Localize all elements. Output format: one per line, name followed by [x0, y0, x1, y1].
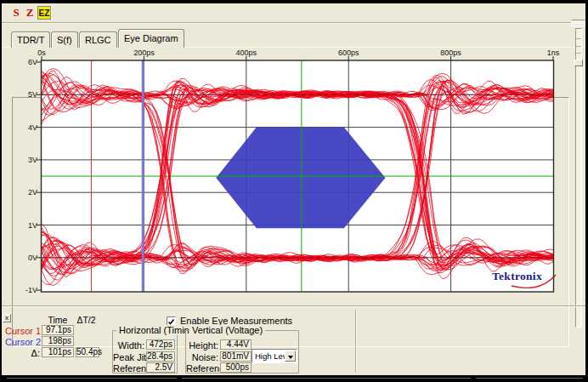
- panel-divider: [2, 305, 585, 307]
- tab-eye-diagram[interactable]: Eye Diagram: [118, 29, 184, 48]
- y-tick-label: 5V: [0, 90, 37, 99]
- slider-tick: [576, 46, 581, 47]
- y-tick-label: 4V: [0, 123, 37, 132]
- status-segment: [182, 378, 471, 380]
- x-tick-label: 200ps: [127, 48, 161, 57]
- group-horizontal-timing: Horizontal (Timing)Width:472psPeak Jitte…: [112, 330, 178, 373]
- toolbar: SZEZ: [2, 4, 585, 22]
- status-bar: [0, 375, 588, 382]
- group-title: Vertical (Voltage): [189, 325, 265, 335]
- s-app-icon[interactable]: S: [10, 6, 22, 20]
- x-tick-label: 0s: [25, 48, 59, 57]
- field-label: Peak Jitter:: [113, 352, 144, 362]
- tab-rlgc[interactable]: RLGC: [79, 31, 117, 48]
- measurement-panel: x Time ΔT/2 Cursor 1:97.1psCursor 2:198p…: [0, 305, 588, 375]
- x-tick-label: 600ps: [331, 48, 365, 57]
- slider-tick: [576, 53, 581, 54]
- x-tick-label: 800ps: [434, 48, 468, 57]
- chevron-down-icon: [288, 356, 293, 359]
- cursor-row-label: Cursor 1:: [5, 326, 40, 336]
- cursor-dt2-value: 50.4ps: [76, 347, 99, 357]
- x-tick-label: 1ns: [536, 48, 570, 57]
- app-window: SZEZ TDR/TS(f)RLGCEye Diagram 0s200ps400…: [0, 0, 588, 382]
- x-tick-label: 400ps: [229, 48, 263, 57]
- noise-level-dropdown[interactable]: High Level: [252, 349, 297, 363]
- field-value: 801mV: [220, 351, 252, 362]
- slider-tick: [576, 38, 581, 39]
- close-panel-button[interactable]: x: [3, 314, 11, 322]
- z-app-icon[interactable]: Z: [24, 6, 36, 20]
- vertical-slider-track[interactable]: [575, 28, 582, 328]
- column-header-time: Time: [42, 315, 74, 325]
- sizing-grip-icon[interactable]: [571, 20, 585, 26]
- field-value: 472ps: [146, 339, 175, 350]
- field-value[interactable]: 500ps: [220, 362, 252, 373]
- toolbar-divider: [2, 22, 585, 24]
- field-label: Width:: [113, 340, 144, 351]
- cursor-time-value: 97.1ps: [42, 325, 74, 335]
- status-segment: [476, 378, 583, 380]
- field-label: Height:: [186, 340, 218, 351]
- cursor-row-label: Δ:: [5, 348, 40, 358]
- y-tick-label: 6V: [0, 58, 37, 66]
- field-label: Noise:: [186, 352, 218, 362]
- column-header-delta-t-half: ΔT/2: [73, 315, 99, 325]
- cursor-time-value: 101ps: [42, 347, 74, 357]
- field-label: Reference:: [186, 363, 218, 373]
- window-edge: [0, 0, 2, 382]
- field-value: 28.4ps: [146, 351, 175, 362]
- y-tick-label: -1V: [0, 286, 37, 294]
- tab-s-f-[interactable]: S(f): [51, 31, 78, 48]
- tab-tdr-t[interactable]: TDR/T: [11, 31, 50, 48]
- dropdown-button[interactable]: [285, 351, 296, 362]
- window-edge: [0, 0, 588, 3]
- field-label: Reference:: [113, 363, 144, 373]
- field-value[interactable]: 2.5V: [146, 362, 175, 373]
- panel-divider-vertical: [355, 310, 357, 373]
- y-tick-label: 3V: [0, 156, 37, 164]
- field-value: 4.44V: [220, 339, 252, 350]
- y-tick-label: 2V: [0, 188, 37, 197]
- tektronix-logo: Tektronix: [492, 270, 542, 283]
- y-tick-label: 1V: [0, 221, 37, 230]
- y-tick-label: 0V: [0, 254, 37, 262]
- cursor-time-value: 198ps: [42, 336, 74, 346]
- ez-app-icon[interactable]: EZ: [37, 6, 51, 20]
- status-segment: [7, 378, 177, 380]
- cursor-row-label: Cursor 2:: [5, 337, 40, 347]
- vertical-slider-thumb[interactable]: [574, 60, 583, 66]
